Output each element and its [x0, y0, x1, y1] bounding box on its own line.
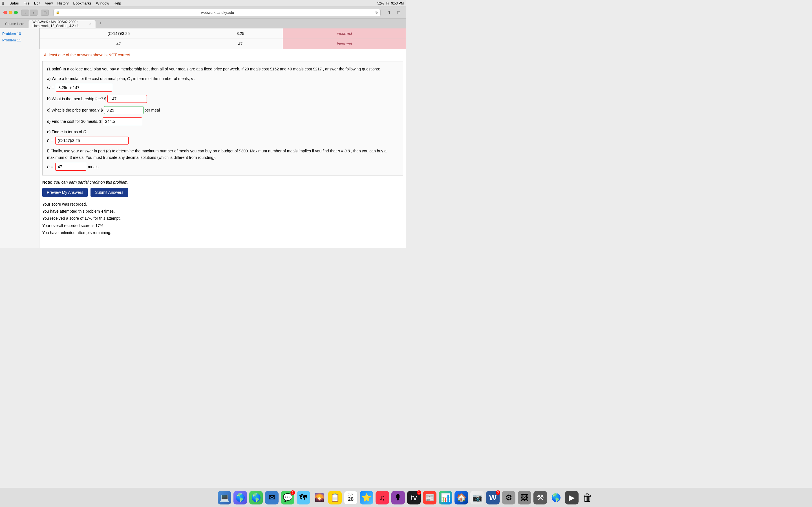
title-bar: ‹ › ▢ 🔒 webwork.as.uky.edu ↻ ⬆ □	[0, 7, 406, 18]
sidebar-item-problem11[interactable]: Problem 11	[2, 38, 37, 42]
part-e-period: .	[87, 129, 88, 134]
part-a-input-row: C =	[47, 83, 398, 92]
clock: Fri 9:53 PM	[386, 1, 404, 5]
tab-label-active: WeBWorK : MA109Su2-2020 : Homework_12_Se…	[33, 20, 87, 28]
score-line-3: You received a score of 17% for this att…	[42, 215, 403, 222]
close-button[interactable]	[3, 11, 7, 14]
answer-row2-col2: 47	[198, 39, 283, 49]
table-row: 47 47 incorrect	[40, 39, 406, 49]
note-label: Note:	[42, 180, 52, 184]
answer-row1-status: incorrect	[283, 29, 406, 39]
part-e-rest: in terms of	[64, 129, 82, 134]
error-message: At least one of the answers above is NOT…	[44, 53, 402, 57]
score-line-4: Your overall recorded score is 17%.	[42, 222, 403, 229]
right-toolbar: ⬆ □	[385, 10, 403, 16]
part-a-input[interactable]	[56, 83, 112, 92]
part-c: c) What is the price per meal? $ per mea…	[47, 106, 398, 114]
part-a-label: a) Write a formula for the cost of a mea…	[47, 76, 126, 81]
menu-right: 52% Fri 9:53 PM	[377, 1, 404, 5]
part-e-input-row: n =	[47, 136, 398, 145]
part-b: b) What is the membership fee? $	[47, 95, 398, 103]
share-button[interactable]: ⬆	[385, 10, 393, 16]
part-e-eq: n =	[47, 137, 54, 144]
part-b-input[interactable]	[107, 95, 147, 103]
score-line-1: Your score was recorded.	[42, 201, 403, 208]
part-a-period: .	[194, 76, 195, 81]
part-e-input[interactable]	[55, 136, 129, 145]
main-layout: Problem 10 Problem 11 (C-147)/3.25 3.25 …	[0, 28, 406, 248]
answer-table: (C-147)/3.25 3.25 incorrect 47 47 incorr…	[40, 28, 406, 49]
part-c-suffix: per meal	[144, 108, 160, 112]
lock-icon: 🔒	[56, 11, 60, 14]
part-d: d) Find the cost for 30 meals. $	[47, 117, 398, 125]
traffic-lights	[3, 11, 18, 14]
score-line-2: You have attempted this problem 4 times.	[42, 208, 403, 215]
part-e-label: e) Find	[47, 129, 59, 134]
menu-safari[interactable]: Safari	[10, 1, 19, 5]
tab-label: Course Hero	[5, 22, 24, 26]
answer-row2-status: incorrect	[283, 39, 406, 49]
table-row: (C-147)/3.25 3.25 incorrect	[40, 29, 406, 39]
note-text: You can earn partial credit on this prob…	[54, 180, 129, 184]
part-a-rest: , in terms of the number of meals,	[131, 76, 190, 81]
part-f-input-row: n = meals	[47, 163, 398, 171]
url-text: webwork.as.uky.edu	[61, 10, 373, 15]
note-section: Note: You can earn partial credit on thi…	[42, 180, 403, 184]
part-d-label: d) Find the cost for 30 meals. $	[47, 119, 101, 124]
part-e-n: n	[60, 129, 63, 134]
part-a-n: n	[191, 76, 193, 81]
part-f-label: f) Finally, use your answer in part (e) …	[47, 149, 337, 153]
problem-description: In a college meal plan you pay a members…	[63, 67, 380, 71]
preview-button[interactable]: Preview My Answers	[42, 188, 88, 197]
answer-row2-col1: 47	[40, 39, 198, 49]
problem-points: (1 point)	[47, 67, 61, 71]
part-a-var: C	[127, 76, 130, 81]
part-f-input[interactable]	[55, 163, 86, 171]
button-row: Preview My Answers Submit Answers	[42, 188, 403, 197]
menu-help[interactable]: Help	[114, 1, 121, 5]
problem-text: (1 point) In a college meal plan you pay…	[47, 66, 398, 72]
part-b-label: b) What is the membership fee? $	[47, 97, 106, 101]
part-d-input[interactable]	[103, 117, 142, 125]
part-a-eq: C =	[47, 84, 54, 91]
part-c-label: c) What is the price per meal? $	[47, 108, 103, 112]
tab-close-icon[interactable]: ✕	[89, 22, 92, 26]
forward-button[interactable]: ›	[30, 10, 38, 16]
submit-button[interactable]: Submit Answers	[91, 188, 128, 197]
new-tab-button[interactable]: □	[395, 10, 403, 16]
part-f-suffix: meals	[88, 164, 98, 170]
part-f-inline: n = 3.9	[338, 149, 350, 153]
tabs-bar: Course Hero WeBWorK : MA109Su2-2020 : Ho…	[0, 18, 406, 28]
sidebar-toggle[interactable]: ▢	[41, 10, 49, 16]
menu-window[interactable]: Window	[96, 1, 109, 5]
new-tab-add-button[interactable]: +	[97, 20, 104, 27]
minimize-button[interactable]	[9, 11, 12, 14]
battery-status: 52%	[377, 1, 384, 5]
content-area: (C-147)/3.25 3.25 incorrect 47 47 incorr…	[40, 28, 406, 248]
tab-webwork[interactable]: WeBWorK : MA109Su2-2020 : Homework_12_Se…	[28, 20, 96, 28]
part-f: f) Finally, use your answer in part (e) …	[47, 148, 398, 171]
menu-edit[interactable]: Edit	[34, 1, 40, 5]
answer-row1-col2: 3.25	[198, 29, 283, 39]
reload-icon[interactable]: ↻	[375, 11, 378, 15]
menu-file[interactable]: File	[24, 1, 30, 5]
menu-bookmarks[interactable]: Bookmarks	[73, 1, 92, 5]
part-e-C: C	[83, 129, 86, 134]
url-bar[interactable]: 🔒 webwork.as.uky.edu ↻	[53, 9, 380, 16]
score-section: Your score was recorded. You have attemp…	[42, 201, 403, 236]
menu-view[interactable]: View	[45, 1, 53, 5]
menu-bar:  Safari File Edit View History Bookmark…	[0, 0, 406, 7]
sidebar-item-problem10[interactable]: Problem 10	[2, 32, 37, 36]
menu-items: Safari File Edit View History Bookmarks …	[10, 1, 121, 5]
part-a: a) Write a formula for the cost of a mea…	[47, 75, 398, 91]
maximize-button[interactable]	[14, 11, 18, 14]
part-f-eq: n =	[47, 163, 54, 170]
problem-box: (1 point) In a college meal plan you pay…	[42, 61, 403, 175]
menu-history[interactable]: History	[57, 1, 68, 5]
apple-logo: 	[2, 1, 4, 6]
part-c-input[interactable]	[104, 106, 144, 114]
tab-course-hero[interactable]: Course Hero	[1, 20, 28, 28]
sidebar: Problem 10 Problem 11	[0, 28, 40, 248]
score-line-5: You have unlimited attempts remaining.	[42, 229, 403, 236]
back-button[interactable]: ‹	[21, 10, 29, 16]
